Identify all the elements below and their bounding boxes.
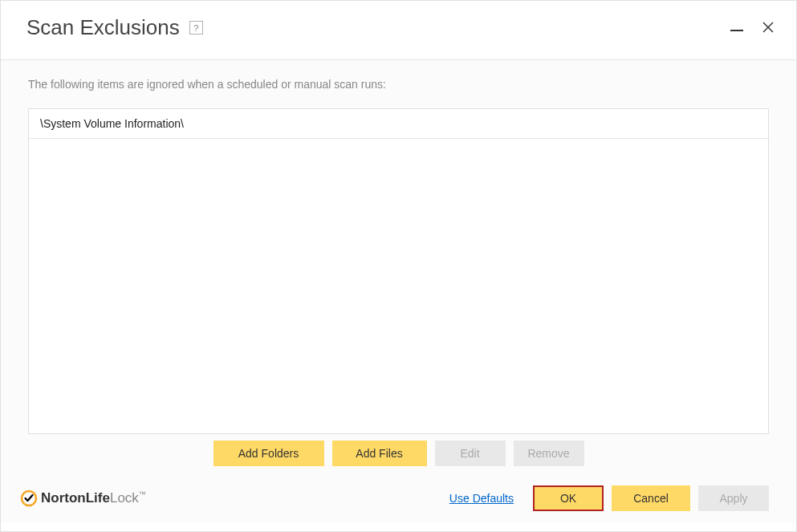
- help-icon: ?: [193, 23, 198, 33]
- remove-button: Remove: [514, 441, 584, 466]
- close-icon[interactable]: [762, 21, 774, 35]
- cancel-button[interactable]: Cancel: [612, 485, 690, 511]
- dialog-header: Scan Exclusions ?: [1, 1, 796, 60]
- action-buttons-row: Add Folders Add Files Edit Remove: [28, 441, 769, 474]
- edit-button: Edit: [435, 441, 506, 466]
- dialog-footer: NortonLifeLock™ Use Defaults OK Cancel A…: [1, 474, 796, 522]
- apply-button: Apply: [698, 485, 769, 511]
- description-text: The following items are ignored when a s…: [28, 78, 769, 91]
- brand-text: NortonLifeLock™: [41, 490, 146, 506]
- minimize-icon[interactable]: [730, 30, 743, 31]
- trademark-icon: ™: [139, 490, 146, 498]
- add-files-button[interactable]: Add Files: [332, 441, 427, 466]
- exclusions-list[interactable]: \System Volume Information\: [28, 108, 769, 434]
- brand-bold: NortonLife: [41, 490, 110, 506]
- ok-button[interactable]: OK: [533, 485, 604, 511]
- brand-logo: NortonLifeLock™: [20, 489, 146, 507]
- window-controls: [730, 21, 774, 35]
- help-button[interactable]: ?: [189, 21, 203, 35]
- dialog-title: Scan Exclusions: [26, 15, 180, 40]
- list-item[interactable]: \System Volume Information\: [29, 109, 768, 139]
- norton-checkmark-icon: [20, 489, 38, 507]
- footer-buttons: OK Cancel Apply: [533, 485, 769, 511]
- brand-light: Lock: [110, 490, 139, 506]
- header-left: Scan Exclusions ?: [26, 15, 203, 40]
- dialog-content: The following items are ignored when a s…: [1, 60, 796, 474]
- add-folders-button[interactable]: Add Folders: [213, 441, 324, 466]
- use-defaults-link[interactable]: Use Defaults: [449, 492, 514, 505]
- footer-right: Use Defaults OK Cancel Apply: [449, 485, 769, 511]
